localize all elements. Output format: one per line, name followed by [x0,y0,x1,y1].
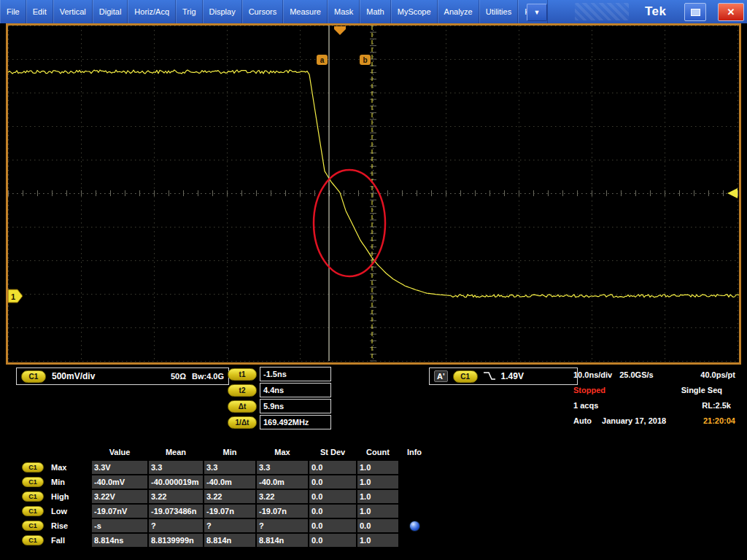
meas-max-count: 1.0 [357,461,398,474]
timebase: 10.0ns/div [573,370,612,379]
meas-source-badge-cell: C1 [22,475,48,489]
meas-low-max: -19.07n [257,505,308,518]
date: January 17, 2018 [602,416,666,425]
meas-header-blank [22,446,48,456]
meas-rise-value: -s [92,519,147,532]
meas-rise-max: ? [257,519,308,532]
minimize-button[interactable] [684,3,706,21]
meas-low-value: -19.07nV [92,505,147,518]
menu-item-horiz-acq[interactable]: Horiz/Acq [128,0,176,23]
meas-low-min: -19.07n [204,505,255,518]
trigger-position-marker[interactable] [334,26,346,35]
meas-header-mean: Mean [149,446,203,456]
acq-mode: Single Seq [681,386,722,394]
meas-high-info [400,490,429,503]
cursor-value: 4.4ns [260,383,331,397]
trigger-aux-label: A' [434,370,448,382]
channel1-scale: 500mV/div [52,371,95,381]
meas-min-max: -40.0m [257,475,308,489]
cursor-value: 169.492MHz [260,415,331,429]
menu-dropdown-button[interactable]: ▼ [527,4,547,21]
meas-rise-stdev: 0.0 [309,519,356,532]
menu-item-edit[interactable]: Edit [26,0,53,23]
meas-max-value: 3.3V [92,461,147,474]
cursor-readout-1t: 1/Δt169.492MHz [228,416,331,429]
meas-fall-min: 8.814n [204,534,255,547]
acq-status: Stopped [573,386,605,394]
meas-low-stdev: 0.0 [309,505,356,518]
cursor-a-label: a [320,56,325,64]
meas-header-blank [50,446,90,456]
meas-max-max: 3.3 [257,461,308,474]
meas-source-badge-cell: C1 [22,505,48,518]
meas-source-badge: C1 [22,462,44,472]
trigger-level-arrow[interactable] [727,188,738,198]
meas-source-badge-cell: C1 [22,490,48,503]
meas-header-info: Info [400,446,429,456]
meas-header-max: Max [257,446,308,456]
meas-rise-count: 0.0 [357,519,398,532]
info-globe-icon[interactable] [409,521,420,532]
menu-item-myscope[interactable]: MyScope [391,0,438,23]
trigger-level: 1.49V [501,371,524,381]
menu-item-cursors[interactable]: Cursors [242,0,284,23]
menu-item-file[interactable]: File [0,0,26,23]
meas-source-badge: C1 [22,521,44,531]
meas-rise-min: ? [204,519,255,532]
menu-item-display[interactable]: Display [203,0,242,23]
meas-low-info [400,505,429,518]
meas-min-value: -40.0mV [92,475,147,489]
acquisition-panel: 10.0ns/div 25.0GS/s 40.0ps/pt Stopped Si… [573,367,735,435]
meas-max-info [400,461,429,474]
menu-item-mask[interactable]: Mask [328,0,360,23]
cursor-readouts: t1-1.5nst24.4nsΔt5.9ns1/Δt169.492MHz [228,368,331,432]
meas-rise-info [400,519,429,532]
cursor-b-label: b [363,56,367,64]
menubar-watermark [575,3,629,20]
meas-fall-value: 8.814ns [92,534,147,547]
meas-high-value: 3.22V [92,490,147,503]
menu-item-digital[interactable]: Digital [93,0,128,23]
menu-bar: FileEditVerticalDigitalHoriz/AcqTrigDisp… [0,0,747,23]
channel1-impedance: 50Ω [171,372,186,381]
cursor-badge: Δt [228,400,257,413]
meas-source-badge: C1 [22,535,44,545]
meas-high-count: 1.0 [357,490,398,503]
meas-name-high: High [50,490,90,503]
record-length: RL:2.5k [702,401,731,410]
cursor-readout-t2: t24.4ns [228,384,331,397]
meas-source-badge: C1 [22,491,44,502]
menu-item-math[interactable]: Math [360,0,390,23]
meas-source-badge: C1 [22,506,44,516]
time: 21:20:04 [703,416,735,425]
channel1-badge: C1 [21,370,46,383]
menu-item-utilities[interactable]: Utilities [479,0,518,23]
measurement-table: ValueMeanMinMaxSt DevCountInfoC1Max3.3V3… [22,446,429,547]
close-button[interactable]: ✕ [718,3,744,21]
cursor-value: 5.9ns [260,399,331,413]
falling-edge-icon [483,371,496,381]
channel1-marker-label: 1 [11,292,15,301]
meas-source-badge-cell: C1 [22,534,48,547]
menu-item-measure[interactable]: Measure [283,0,328,23]
meas-header-value: Value [92,446,147,456]
channel1-readout[interactable]: C1 500mV/div 50Ω Bw:4.0G [16,368,229,385]
meas-name-fall: Fall [50,534,90,547]
menu-item-vertical[interactable]: Vertical [53,0,93,23]
meas-name-max: Max [50,461,90,474]
menu-item-trig[interactable]: Trig [176,0,203,23]
close-icon: ✕ [727,7,735,18]
meas-min-min: -40.0m [204,475,255,489]
sample-rate: 25.0GS/s [619,370,653,379]
meas-high-min: 3.22 [204,490,255,503]
channel1-bandwidth: Bw:4.0G [192,372,224,381]
cursor-badge: t1 [228,368,257,381]
meas-source-badge-cell: C1 [22,461,48,474]
trigger-readout[interactable]: A' C1 1.49V [429,368,578,385]
meas-min-count: 1.0 [357,475,398,489]
scope-graticule: ab1 [8,26,739,362]
meas-fall-info [400,534,429,547]
meas-header-min: Min [204,446,255,456]
resolution: 40.0ps/pt [700,370,735,379]
menu-item-analyze[interactable]: Analyze [438,0,479,23]
